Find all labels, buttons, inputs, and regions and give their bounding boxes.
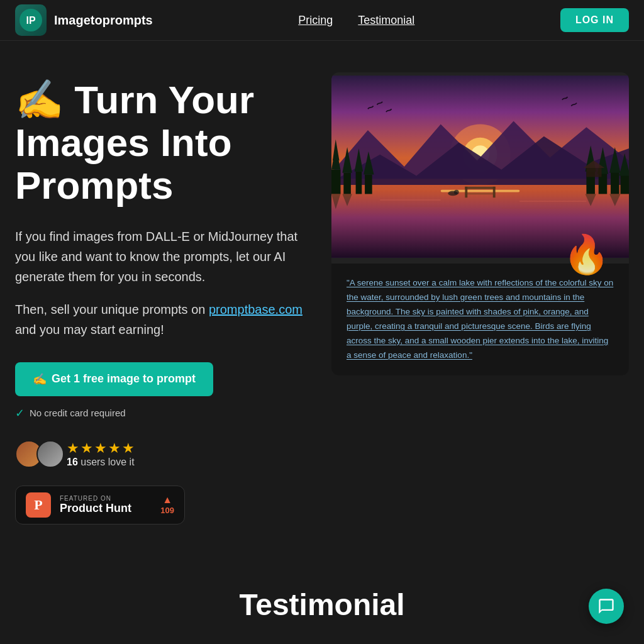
social-proof: ★★★★★ 16 users love it — [15, 440, 313, 468]
hero-section: ✍️ Turn Your Images Into Prompts If you … — [0, 41, 644, 550]
stars-rating: ★★★★★ — [67, 440, 136, 457]
prompt-flame-icon: 🔥 — [563, 232, 610, 277]
svg-rect-31 — [465, 187, 495, 189]
hero-description-2: Then, sell your unique prompts on prompt… — [15, 299, 313, 340]
upvote-count: 109 — [160, 506, 174, 515]
avatars-group — [15, 440, 58, 468]
svg-point-42 — [454, 190, 459, 195]
caption-overlay: 🔥 "A serene sunset over a calm lake with… — [331, 264, 629, 375]
testimonial-section: Testimonial — [0, 550, 644, 644]
image-caption-text: "A serene sunset over a calm lake with r… — [347, 276, 614, 363]
navbar: IP Imagetoprompts Pricing Testimonial LO… — [0, 0, 644, 41]
upvote-arrow-icon: ▲ — [162, 494, 172, 506]
testimonial-title: Testimonial — [15, 587, 629, 622]
avatar-2 — [36, 440, 64, 468]
svg-rect-32 — [465, 187, 467, 197]
ph-name: Product Hunt — [60, 502, 152, 515]
users-suffix: users love it — [78, 457, 135, 467]
chat-button[interactable] — [589, 589, 624, 624]
desc2-suffix: and you may start earning! — [15, 323, 164, 336]
hero-title: ✍️ Turn Your Images Into Prompts — [15, 79, 313, 208]
rating-area: ★★★★★ 16 users love it — [67, 440, 136, 468]
svg-rect-34 — [465, 193, 495, 195]
no-credit-text: ✓ No credit card required — [15, 406, 313, 420]
svg-rect-33 — [493, 187, 496, 197]
cta-label: Get 1 free image to prompt — [52, 372, 196, 386]
ph-upvotes: ▲ 109 — [160, 494, 174, 515]
brand-name: Imagetoprompts — [54, 13, 153, 28]
svg-rect-13 — [343, 173, 351, 194]
promptbase-link[interactable]: promptbase.com — [209, 303, 303, 316]
product-hunt-icon: P — [26, 492, 51, 518]
svg-rect-23 — [611, 172, 619, 194]
hero-description-1: If you find images from DALL-E or MidJou… — [15, 226, 313, 287]
users-count: 16 — [67, 457, 78, 467]
svg-rect-15 — [356, 172, 362, 194]
cta-button[interactable]: ✍️ Get 1 free image to prompt — [15, 362, 213, 396]
users-count-text: 16 users love it — [67, 457, 136, 468]
image-container: 🔥 "A serene sunset over a calm lake with… — [331, 72, 629, 375]
login-button[interactable]: LOG IN — [560, 8, 629, 32]
cta-icon: ✍️ — [33, 372, 47, 386]
ph-featured-label: FEATURED ON — [60, 495, 152, 502]
svg-rect-17 — [365, 175, 372, 194]
nav-links: Pricing Testimonial — [298, 14, 414, 27]
check-icon: ✓ — [15, 406, 25, 420]
nav-brand-area: IP Imagetoprompts — [15, 4, 153, 36]
pricing-link[interactable]: Pricing — [298, 14, 333, 27]
logo-icon: IP — [15, 4, 47, 36]
product-hunt-badge[interactable]: P FEATURED ON Product Hunt ▲ 109 — [15, 486, 185, 525]
svg-rect-25 — [620, 175, 629, 194]
chat-icon — [597, 597, 615, 615]
svg-rect-10 — [331, 170, 340, 194]
hero-right: 🔥 "A serene sunset over a calm lake with… — [331, 72, 629, 375]
desc2-prefix: Then, sell your unique prompts on — [15, 303, 209, 316]
testimonial-link[interactable]: Testimonial — [358, 14, 414, 27]
title-icon: ✍️ — [15, 78, 64, 121]
svg-rect-39 — [586, 168, 601, 177]
hero-left: ✍️ Turn Your Images Into Prompts If you … — [15, 79, 313, 525]
svg-text:IP: IP — [26, 15, 35, 26]
product-hunt-text: FEATURED ON Product Hunt — [60, 495, 152, 515]
no-credit-label: No credit card required — [30, 408, 126, 418]
